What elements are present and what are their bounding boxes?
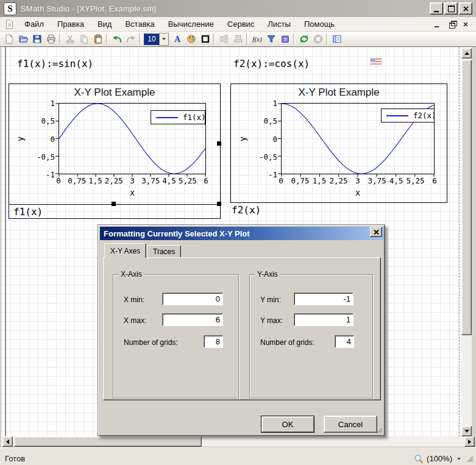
close-button[interactable]	[459, 2, 472, 15]
save-button[interactable]	[30, 32, 44, 46]
filter-icon	[266, 34, 276, 44]
toolbar: 10 A f(x) ?	[0, 32, 476, 47]
y-max-input[interactable]	[294, 313, 353, 326]
expression-f2[interactable]: f2(x):=cos(x)	[233, 58, 310, 69]
tab-traces[interactable]: Traces	[147, 245, 181, 258]
undo-button[interactable]	[110, 32, 124, 46]
palette-button[interactable]	[184, 32, 198, 46]
cut-button[interactable]	[63, 32, 77, 46]
menu-edit[interactable]: Правка	[51, 18, 91, 30]
filter-button[interactable]	[264, 32, 278, 46]
stop-button[interactable]	[311, 32, 325, 46]
stop-icon	[313, 34, 323, 44]
window-title: SMath Studio - [XYPlot. Example.sm]	[21, 4, 156, 13]
page-left-edge	[5, 47, 6, 436]
scroll-down-button[interactable]	[461, 426, 472, 436]
tab-xy-axes[interactable]: X-Y Axes	[104, 243, 146, 258]
menu-view[interactable]: Вид	[91, 18, 119, 30]
toolbar-separator	[326, 34, 329, 44]
mdi-restore-button[interactable]	[447, 20, 455, 29]
vertical-scrollbar[interactable]	[461, 47, 472, 436]
resize-handle-right[interactable]	[217, 141, 221, 146]
zoom-magnifier-icon	[414, 454, 424, 464]
font-size-dropdown-button[interactable]	[159, 33, 169, 46]
plot2-legend: f2(x)	[381, 108, 435, 122]
menu-insert[interactable]: Вставка	[118, 18, 161, 30]
minimize-button[interactable]	[430, 2, 443, 15]
options-panel-icon	[332, 34, 342, 44]
font-color-button[interactable]: A	[170, 32, 184, 46]
plot1-xtick-labels: 0 0,75 1,5 2,25 3 3,75 4,5 5,25 6	[59, 176, 206, 185]
menu-sheets[interactable]: Листы	[261, 18, 297, 30]
x-grids-input[interactable]	[204, 335, 223, 348]
y-grids-input[interactable]	[335, 335, 354, 348]
y-min-label: Y min:	[260, 296, 281, 304]
align-horizontal-icon	[219, 34, 229, 44]
font-size-value: 10	[144, 34, 159, 45]
plot1-caption: f1(x)	[13, 206, 43, 218]
xy-plot-2[interactable]: X-Y Plot Example y 1 0,5 0 -0,5 -1 0 0,7…	[230, 83, 447, 203]
xtick: 5,25	[406, 176, 424, 185]
x-max-input[interactable]	[162, 313, 223, 326]
menu-file[interactable]: Файл	[18, 18, 51, 30]
function-button[interactable]: f(x)	[250, 32, 264, 46]
zoom-dropdown-button[interactable]	[455, 456, 463, 461]
plot1-xlabel: x	[59, 188, 206, 197]
resize-handle-corner[interactable]	[217, 202, 221, 206]
font-size-select[interactable]: 10	[144, 33, 169, 46]
xtick: 3	[130, 176, 135, 185]
reference-book-button[interactable]: ?	[278, 32, 292, 46]
new-document-button[interactable]	[2, 32, 16, 46]
flag-canton	[371, 59, 375, 62]
refresh-button[interactable]	[297, 32, 311, 46]
xtick: 3	[355, 176, 360, 185]
menu-help[interactable]: Помощь	[297, 18, 341, 30]
dialog-title: Formatting Currently Selected X-Y Plot	[104, 229, 250, 238]
x-min-input[interactable]	[162, 293, 223, 305]
print-button[interactable]	[44, 32, 58, 46]
align-vertical-icon	[233, 34, 243, 44]
menu-calculation[interactable]: Вычисление	[162, 18, 221, 30]
cancel-button[interactable]: Cancel	[324, 416, 377, 433]
redo-button[interactable]	[124, 32, 138, 46]
x-axis-group-label: X-Axis	[118, 270, 144, 279]
y-min-input[interactable]	[294, 293, 353, 305]
ytick: 0,5	[263, 116, 277, 126]
xy-plot-1[interactable]: X-Y Plot Example y 1 0,5 0 -0,5 -1 0 0,7…	[9, 83, 221, 219]
menu-service[interactable]: Сервис	[221, 18, 261, 30]
plot1-ytick-labels: 1 0,5 0 -0,5 -1	[32, 103, 55, 174]
resize-handle-bottom[interactable]	[112, 202, 116, 206]
border-button[interactable]	[198, 32, 212, 46]
window-resize-grip[interactable]	[466, 455, 474, 463]
horizontal-scrollbar[interactable]	[1, 436, 475, 447]
dialog-close-button[interactable]	[370, 227, 382, 237]
maximize-button[interactable]	[444, 2, 458, 15]
expression-f1[interactable]: f1(x):=sin(x)	[17, 58, 93, 69]
horizontal-scroll-thumb[interactable]	[14, 436, 202, 447]
y-axis-group: Y-Axis Y min: Y max: Number of grids:	[249, 274, 373, 399]
dialog-resize-grip[interactable]	[375, 426, 383, 434]
ok-button[interactable]: OK	[261, 416, 314, 433]
dialog-title-bar[interactable]: Formatting Currently Selected X-Y Plot	[100, 227, 384, 240]
open-button[interactable]	[16, 32, 30, 46]
align-vertical-button[interactable]	[231, 32, 245, 46]
maximize-icon	[448, 5, 455, 12]
scroll-right-button[interactable]	[464, 436, 475, 447]
mdi-close-button[interactable]	[461, 20, 470, 29]
ytick: 0,5	[41, 116, 55, 126]
zoom-level: (100%)	[427, 454, 452, 463]
options-panel-button[interactable]	[330, 32, 344, 46]
scroll-up-button[interactable]	[461, 48, 472, 59]
paste-button[interactable]	[91, 32, 105, 46]
xtick: 3,75	[368, 176, 386, 185]
scroll-left-button[interactable]	[2, 436, 13, 447]
mdi-minimize-button[interactable]	[432, 20, 441, 29]
paste-icon	[93, 34, 103, 44]
x-min-label: X min:	[124, 296, 144, 304]
copy-button[interactable]	[77, 32, 91, 46]
close-icon	[463, 6, 469, 12]
align-horizontal-button[interactable]	[217, 32, 231, 46]
plot2-ylabel: y	[238, 137, 247, 141]
vertical-scroll-thumb[interactable]	[461, 60, 472, 335]
mdi-restore-icon	[449, 23, 455, 29]
